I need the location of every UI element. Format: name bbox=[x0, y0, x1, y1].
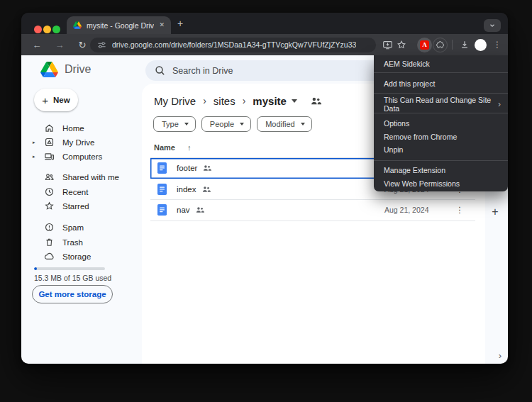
sidebar-item-home[interactable]: Home bbox=[21, 121, 140, 135]
dropdown-caret-icon bbox=[184, 123, 189, 125]
shared-people-icon bbox=[44, 172, 55, 185]
window-controls bbox=[34, 26, 60, 33]
my-drive-icon bbox=[44, 137, 55, 150]
menu-item-manage-extension[interactable]: Manage Extension bbox=[374, 163, 508, 177]
filter-modified-chip[interactable]: Modified bbox=[257, 116, 312, 132]
menu-item-add-this-project[interactable]: Add this project bbox=[374, 75, 508, 92]
storage-usage-text: 15.3 MB of 15 GB used bbox=[34, 274, 111, 282]
puzzle-icon bbox=[436, 40, 445, 50]
dropdown-caret-icon bbox=[292, 99, 297, 103]
docs-file-icon bbox=[157, 162, 167, 174]
adobe-a-icon: A bbox=[420, 40, 429, 50]
search-icon bbox=[155, 65, 165, 76]
menu-separator bbox=[374, 72, 508, 73]
shared-indicator-icon bbox=[203, 164, 211, 172]
name-column-header[interactable]: Name ↑ bbox=[154, 143, 191, 152]
sidebar-item-recent[interactable]: Recent bbox=[21, 185, 140, 199]
sidebar-item-my-drive[interactable]: ▸ My Drive bbox=[21, 135, 140, 150]
extensions-menu-button[interactable] bbox=[433, 38, 448, 52]
cloud-icon bbox=[44, 251, 55, 264]
browser-window: mysite - Google Drive ✕ + ← → ↻ drive.go… bbox=[21, 13, 508, 364]
sidebar-item-storage[interactable]: Storage bbox=[21, 250, 140, 264]
breadcrumb-sites[interactable]: sites bbox=[214, 95, 235, 107]
chevron-down-icon bbox=[489, 22, 496, 29]
filter-people-chip[interactable]: People bbox=[201, 116, 251, 132]
menu-separator bbox=[374, 113, 508, 113]
sidebar-item-shared-with-me[interactable]: Shared with me bbox=[21, 170, 140, 184]
tab-title: mysite - Google Drive bbox=[87, 21, 154, 30]
breadcrumb-current-folder[interactable]: mysite bbox=[253, 95, 297, 107]
filter-type-chip[interactable]: Type bbox=[153, 116, 196, 132]
chevron-right-icon: › bbox=[243, 95, 246, 106]
submenu-arrow-icon: › bbox=[498, 99, 501, 109]
url-text: drive.google.com/drive/folders/1MSDaa1A3… bbox=[112, 40, 356, 49]
filter-chips: Type People Modified bbox=[153, 116, 312, 132]
menu-item-extension-name: AEM Sidekick bbox=[374, 57, 508, 71]
drive-favicon bbox=[73, 21, 82, 29]
tab-strip: mysite - Google Drive ✕ + bbox=[21, 13, 508, 34]
sidebar-item-spam[interactable]: Spam bbox=[21, 220, 140, 235]
folder-shared-icon bbox=[311, 96, 321, 106]
reload-button[interactable]: ↻ bbox=[74, 34, 91, 55]
site-settings-icon[interactable] bbox=[97, 40, 106, 50]
sidebar-item-starred[interactable]: Starred bbox=[21, 199, 140, 213]
docs-file-icon bbox=[157, 184, 167, 195]
show-side-panel-icon[interactable]: › bbox=[499, 350, 501, 361]
sort-ascending-icon[interactable]: ↑ bbox=[187, 143, 192, 152]
menu-separator bbox=[374, 93, 508, 94]
menu-item-unpin[interactable]: Unpin bbox=[374, 143, 508, 156]
menu-item-view-web-permissions[interactable]: View Web Permissions bbox=[374, 177, 508, 190]
get-more-storage-button[interactable]: Get more storage bbox=[32, 285, 113, 303]
spam-icon bbox=[44, 222, 55, 235]
close-window-button[interactable] bbox=[34, 26, 42, 33]
chevron-right-icon: › bbox=[203, 95, 206, 106]
plus-icon: + bbox=[42, 95, 48, 106]
aem-sidekick-extension-button[interactable]: A bbox=[417, 38, 432, 52]
new-button[interactable]: + New bbox=[34, 89, 78, 111]
breadcrumb-my-drive[interactable]: My Drive bbox=[154, 95, 196, 107]
clock-icon bbox=[44, 186, 55, 200]
home-icon bbox=[44, 123, 55, 136]
bookmark-star-icon[interactable] bbox=[394, 34, 409, 55]
sidebar-item-trash[interactable]: Trash bbox=[21, 235, 140, 250]
address-bar[interactable]: drive.google.com/drive/folders/1MSDaa1A3… bbox=[90, 38, 376, 52]
computers-icon bbox=[44, 151, 55, 164]
shared-indicator-icon bbox=[202, 186, 211, 193]
tab-search-button[interactable] bbox=[484, 19, 501, 32]
menu-item-options[interactable]: Options bbox=[374, 116, 508, 130]
toolbar-divider bbox=[452, 40, 453, 50]
dropdown-caret-icon bbox=[301, 123, 305, 125]
menu-separator bbox=[374, 160, 508, 161]
drive-logo-icon bbox=[40, 62, 58, 77]
install-app-icon[interactable] bbox=[379, 34, 395, 55]
sidebar-item-computers[interactable]: ▸ Computers bbox=[21, 150, 140, 164]
drive-wordmark: Drive bbox=[65, 63, 91, 76]
extension-context-menu: AEM Sidekick Add this project This Can R… bbox=[374, 55, 508, 191]
side-panel-add-icon[interactable]: + bbox=[487, 204, 503, 220]
file-row-nav[interactable]: nav Aug 21, 2024 ⋮ bbox=[150, 200, 475, 221]
zoom-window-button[interactable] bbox=[52, 26, 60, 33]
breadcrumb: My Drive › sites › mysite bbox=[154, 92, 321, 109]
docs-file-icon bbox=[157, 204, 167, 216]
expand-caret-icon[interactable]: ▸ bbox=[33, 140, 35, 145]
tab-close-icon[interactable]: ✕ bbox=[159, 22, 165, 28]
menu-item-remove-from-chrome[interactable]: Remove from Chrome bbox=[374, 130, 508, 143]
chrome-menu-button[interactable]: ⋮ bbox=[489, 34, 505, 55]
back-button[interactable]: ← bbox=[28, 34, 45, 55]
minimize-window-button[interactable] bbox=[43, 26, 51, 33]
dropdown-caret-icon bbox=[240, 123, 244, 125]
menu-item-site-data[interactable]: This Can Read and Change Site Data › bbox=[374, 96, 508, 113]
shared-indicator-icon bbox=[196, 206, 204, 213]
storage-progress-bar bbox=[34, 267, 105, 270]
new-tab-button[interactable]: + bbox=[177, 18, 183, 29]
drive-brand: Drive bbox=[40, 62, 91, 77]
storage-progress-fill bbox=[34, 267, 37, 270]
expand-caret-icon[interactable]: ▸ bbox=[33, 154, 35, 159]
browser-toolbar: ← → ↻ drive.google.com/drive/folders/1MS… bbox=[21, 34, 508, 55]
browser-tab[interactable]: mysite - Google Drive ✕ bbox=[67, 16, 171, 34]
forward-button[interactable]: → bbox=[51, 34, 68, 55]
row-more-actions-icon[interactable]: ⋮ bbox=[455, 205, 464, 215]
profile-avatar[interactable] bbox=[475, 39, 487, 51]
downloads-icon[interactable] bbox=[457, 34, 472, 55]
trash-icon bbox=[44, 237, 55, 250]
